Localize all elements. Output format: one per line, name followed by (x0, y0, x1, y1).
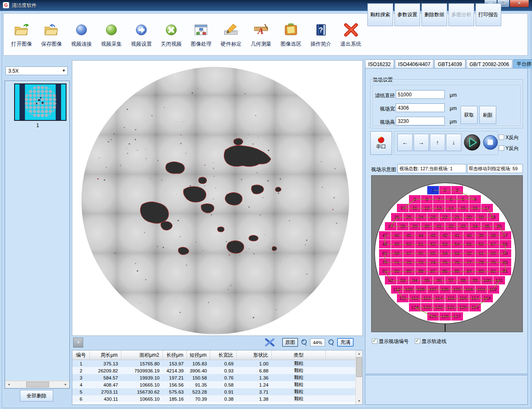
field-height-field[interactable] (396, 117, 445, 125)
field-cell-73[interactable]: 73 (415, 258, 427, 267)
column-header[interactable]: 短径μm (187, 350, 210, 360)
delete-data-button[interactable]: 删除数据 (421, 3, 447, 26)
field-cell-82[interactable]: 82 (488, 267, 499, 275)
scroll-right-icon[interactable]: ► (62, 381, 69, 388)
field-cell-10[interactable]: 10 (397, 204, 409, 212)
field-cell-70[interactable]: 70 (379, 258, 391, 267)
field-cell-97[interactable]: 97 (445, 276, 457, 284)
field-cell-90[interactable]: 90 (391, 267, 403, 275)
field-cell-53[interactable]: 53 (439, 240, 451, 248)
field-cell-55[interactable]: 55 (463, 240, 475, 248)
horizontal-scrollbar[interactable]: ◄ ► (5, 381, 69, 388)
particle-search-button[interactable]: 颗粒搜索 (367, 3, 393, 26)
help-intro-button[interactable]: ? 操作简介 (307, 21, 335, 48)
field-cell-74[interactable]: 74 (427, 258, 439, 267)
field-cell-94[interactable]: 94 (409, 276, 421, 284)
field-cell-114[interactable]: 114 (433, 294, 445, 302)
field-cell-58[interactable]: 58 (500, 240, 511, 248)
snowflake-icon[interactable]: ✳ (73, 338, 83, 348)
field-cell-84[interactable]: 84 (463, 267, 475, 275)
column-header[interactable]: 长径μm (163, 350, 187, 360)
field-cell-41[interactable]: 41 (451, 231, 463, 240)
field-cell-83[interactable]: 83 (475, 267, 487, 275)
field-cell-93[interactable]: 93 (397, 276, 409, 284)
video-capture-button[interactable]: 视频采集 (98, 21, 125, 48)
field-map[interactable]: 1239876541011121314151617262524232221201… (371, 175, 523, 332)
table-row[interactable]: 3584.5719939.10197.21150.580.761.36颗粒 (72, 374, 362, 381)
field-cell-89[interactable]: 89 (403, 267, 415, 275)
field-cell-51[interactable]: 51 (415, 240, 427, 248)
field-cell-81[interactable]: 81 (500, 267, 511, 275)
field-cell-36[interactable]: 36 (493, 222, 505, 230)
field-cell-77[interactable]: 77 (463, 258, 475, 267)
column-header[interactable]: 周长μm (90, 350, 121, 360)
field-cell-79[interactable]: 79 (488, 258, 499, 267)
field-cell-21[interactable]: 21 (451, 213, 463, 221)
field-cell-91[interactable]: 91 (379, 267, 391, 275)
field-cell-26[interactable]: 26 (391, 213, 403, 221)
field-cell-38[interactable]: 38 (488, 231, 499, 240)
field-cell-15[interactable]: 15 (457, 204, 469, 212)
field-cell-4[interactable]: 4 (469, 195, 481, 203)
field-cell-34[interactable]: 34 (469, 222, 481, 230)
field-cell-123[interactable]: 123 (421, 303, 433, 311)
field-cell-49[interactable]: 49 (391, 240, 403, 248)
field-cell-16[interactable]: 16 (469, 204, 481, 212)
field-cell-95[interactable]: 95 (421, 276, 433, 284)
field-cell-46[interactable]: 46 (391, 231, 403, 240)
tab-gbt20082-2006[interactable]: GB/T 20082-2006 (466, 59, 512, 69)
field-cell-43[interactable]: 43 (427, 231, 439, 240)
field-cell-50[interactable]: 50 (403, 240, 415, 248)
field-cell-69[interactable]: 69 (379, 249, 391, 257)
field-cell-47[interactable]: 47 (379, 231, 391, 240)
field-cell-54[interactable]: 54 (451, 240, 463, 248)
field-cell-75[interactable]: 75 (439, 258, 451, 267)
multi-image-analysis-button[interactable]: 多图分析 (448, 3, 474, 26)
move-right-button[interactable]: → (414, 134, 429, 151)
field-cell-12[interactable]: 12 (421, 204, 433, 212)
field-cell-23[interactable]: 23 (427, 213, 439, 221)
table-row[interactable]: 1375.1315765.80153.97105.830.691.00颗粒 (72, 360, 362, 367)
y-reverse-box[interactable] (499, 145, 504, 151)
y-reverse-checkbox[interactable]: Y反向 (499, 145, 519, 152)
image-region-button[interactable]: 图像选区 (277, 21, 305, 48)
field-cell-11[interactable]: 11 (409, 204, 421, 212)
image-thumbnail[interactable] (14, 83, 66, 121)
field-cell-17[interactable]: 17 (481, 204, 493, 212)
field-cell-65[interactable]: 65 (427, 249, 439, 257)
field-cell-100[interactable]: 100 (481, 276, 493, 284)
field-cell-42[interactable]: 42 (439, 231, 451, 240)
field-cell-14[interactable]: 14 (445, 204, 457, 212)
field-cell-35[interactable]: 35 (481, 222, 493, 230)
parameter-settings-button[interactable]: 参数设置 (394, 3, 420, 26)
field-cell-64[interactable]: 64 (439, 249, 451, 257)
field-cell-118[interactable]: 118 (481, 294, 493, 302)
field-cell-2[interactable]: 2 (439, 186, 451, 194)
field-cell-103[interactable]: 103 (475, 285, 487, 294)
field-cell-8[interactable]: 8 (421, 195, 433, 203)
tab-gbt14039[interactable]: GBT14039 (434, 59, 465, 69)
close-button[interactable]: ✕ (510, 0, 529, 7)
x-reverse-box[interactable] (499, 135, 504, 140)
serial-port-button[interactable]: 串口 (370, 131, 392, 155)
field-cell-112[interactable]: 112 (409, 294, 421, 302)
field-cell-57[interactable]: 57 (488, 240, 499, 248)
field-cell-5[interactable]: 5 (457, 195, 469, 203)
show-track-line-checkbox[interactable]: 显示轨迹线 (415, 338, 446, 345)
field-cell-85[interactable]: 85 (451, 267, 463, 275)
field-cell-102[interactable]: 102 (488, 285, 499, 294)
field-cell-59[interactable]: 59 (500, 249, 511, 257)
field-cell-28[interactable]: 28 (397, 222, 409, 230)
move-left-button[interactable]: ← (397, 134, 413, 151)
get-button[interactable]: 获取 (461, 106, 478, 124)
field-cell-52[interactable]: 52 (427, 240, 439, 248)
tab-platform-mosaic[interactable]: 平台拼图 (513, 59, 532, 69)
vertical-scrollbar[interactable]: ▲ ▼ (355, 350, 362, 404)
field-cell-110[interactable]: 110 (391, 285, 403, 294)
table-row[interactable]: 226209.827939936.194214.393906.400.936.8… (72, 367, 362, 374)
column-header[interactable]: 长宽比 (210, 350, 237, 360)
scroll-down-icon[interactable]: ▼ (356, 398, 362, 404)
field-cell-7[interactable]: 7 (433, 195, 445, 203)
field-cell-80[interactable]: 80 (500, 258, 511, 267)
field-cell-99[interactable]: 99 (469, 276, 481, 284)
